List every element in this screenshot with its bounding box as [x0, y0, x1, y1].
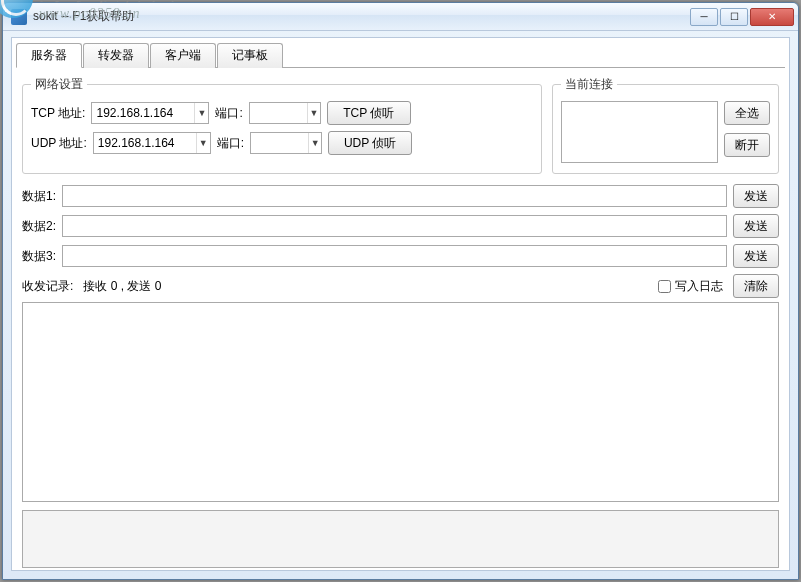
data-input-2[interactable]: [62, 215, 727, 237]
tab-notepad[interactable]: 记事板: [217, 43, 283, 68]
maximize-button[interactable]: ☐: [720, 8, 748, 26]
send-button-1[interactable]: 发送: [733, 184, 779, 208]
udp-port-label: 端口:: [217, 135, 244, 152]
disconnect-button[interactable]: 断开: [724, 133, 770, 157]
connections-legend: 当前连接: [561, 76, 617, 93]
window-title: sokit -- F1获取帮助: [33, 8, 688, 25]
tab-content: 网络设置 TCP 地址: ▼ 端口: ▼ TCP 侦听: [16, 67, 785, 576]
udp-port-input[interactable]: [251, 133, 308, 153]
app-icon: [11, 9, 27, 25]
send-button-2[interactable]: 发送: [733, 214, 779, 238]
tcp-port-combo[interactable]: ▼: [249, 102, 321, 124]
tab-forwarder[interactable]: 转发器: [83, 43, 149, 68]
data-row-1: 数据1: 发送: [22, 184, 779, 208]
data-rows: 数据1: 发送 数据2: 发送 数据3: 发送: [22, 184, 779, 268]
write-log-label: 写入日志: [675, 278, 723, 295]
udp-addr-input[interactable]: [94, 133, 196, 153]
app-window: sokit -- F1获取帮助 ─ ☐ ✕ 河东软件园 www.pc0359.c…: [2, 2, 799, 580]
tab-label: 转发器: [98, 48, 134, 62]
network-settings-legend: 网络设置: [31, 76, 87, 93]
chevron-down-icon[interactable]: ▼: [196, 133, 210, 153]
select-all-button[interactable]: 全选: [724, 101, 770, 125]
tcp-port-label: 端口:: [215, 105, 242, 122]
data-row-2: 数据2: 发送: [22, 214, 779, 238]
chevron-down-icon[interactable]: ▼: [308, 133, 321, 153]
tcp-addr-combo[interactable]: ▼: [91, 102, 209, 124]
tcp-listen-button[interactable]: TCP 侦听: [327, 101, 411, 125]
data-label: 数据2:: [22, 218, 56, 235]
log-header: 收发记录: 接收 0 , 发送 0 写入日志 清除: [22, 274, 779, 298]
udp-port-combo[interactable]: ▼: [250, 132, 322, 154]
network-settings-group: 网络设置 TCP 地址: ▼ 端口: ▼ TCP 侦听: [22, 76, 542, 174]
minimize-button[interactable]: ─: [690, 8, 718, 26]
chevron-down-icon[interactable]: ▼: [194, 103, 208, 123]
send-button-3[interactable]: 发送: [733, 244, 779, 268]
clear-button[interactable]: 清除: [733, 274, 779, 298]
chevron-down-icon[interactable]: ▼: [307, 103, 320, 123]
tab-label: 客户端: [165, 48, 201, 62]
titlebar[interactable]: sokit -- F1获取帮助 ─ ☐ ✕: [3, 3, 798, 31]
client-area: 服务器 转发器 客户端 记事板 网络设置 TCP 地址: ▼ 端口:: [11, 37, 790, 571]
tab-bar: 服务器 转发器 客户端 记事板: [12, 38, 789, 67]
tcp-addr-input[interactable]: [92, 103, 194, 123]
tab-client[interactable]: 客户端: [150, 43, 216, 68]
connections-group: 当前连接 全选 断开: [552, 76, 779, 174]
write-log-input[interactable]: [658, 280, 671, 293]
tab-label: 记事板: [232, 48, 268, 62]
udp-addr-label: UDP 地址:: [31, 135, 87, 152]
log-stats: 接收 0 , 发送 0: [83, 278, 648, 295]
tab-server[interactable]: 服务器: [16, 43, 82, 68]
tab-label: 服务器: [31, 48, 67, 62]
window-controls: ─ ☐ ✕: [688, 8, 794, 26]
udp-addr-combo[interactable]: ▼: [93, 132, 211, 154]
tcp-addr-label: TCP 地址:: [31, 105, 85, 122]
data-label: 数据1:: [22, 188, 56, 205]
data-row-3: 数据3: 发送: [22, 244, 779, 268]
udp-listen-button[interactable]: UDP 侦听: [328, 131, 412, 155]
data-label: 数据3:: [22, 248, 56, 265]
close-button[interactable]: ✕: [750, 8, 794, 26]
data-input-1[interactable]: [62, 185, 727, 207]
write-log-checkbox[interactable]: 写入日志: [658, 278, 723, 295]
log-textarea[interactable]: [22, 302, 779, 502]
bottom-panel: [22, 510, 779, 568]
connections-list[interactable]: [561, 101, 718, 163]
log-prefix: 收发记录:: [22, 278, 73, 295]
data-input-3[interactable]: [62, 245, 727, 267]
tcp-port-input[interactable]: [250, 103, 307, 123]
